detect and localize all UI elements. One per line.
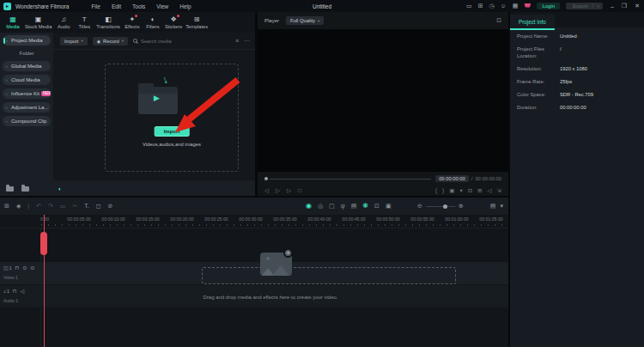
search-box[interactable] (133, 39, 230, 44)
redo-icon[interactable]: ↷ (48, 198, 53, 215)
filter-icon[interactable]: ≡ (235, 38, 239, 44)
sidebar-item-folder[interactable]: Folder (3, 49, 51, 58)
display-button[interactable]: ⊡ (468, 185, 472, 196)
delete-icon[interactable]: ▭ (60, 198, 66, 215)
lock-icon[interactable]: ⊓ (13, 288, 17, 295)
visibility-all-icon[interactable]: ⊙ (30, 265, 34, 271)
menu-item-edit[interactable]: Edit (112, 3, 121, 9)
sidebar-item-global-media[interactable]: › Global Media (3, 61, 51, 71)
timeline-drop-zone[interactable] (202, 267, 456, 284)
tab-project-info[interactable]: Project Info (510, 15, 555, 30)
zoom-out-icon[interactable]: ⊖ (417, 198, 422, 215)
add-media-icon[interactable]: + (283, 248, 293, 258)
mark-out-button[interactable]: ) (442, 185, 444, 196)
prev-frame-button[interactable]: ◁ (264, 185, 269, 196)
playhead-handle[interactable] (40, 232, 47, 255)
expand-caret-icon[interactable]: › (6, 77, 8, 82)
ribbon-tab-filters[interactable]: ◐ Filters (143, 15, 163, 30)
history-icon[interactable]: ◷ (489, 0, 495, 12)
expand-caret-icon[interactable]: › (6, 38, 8, 43)
menu-item-file[interactable]: File (91, 3, 100, 9)
minimize-button[interactable]: – (611, 3, 614, 9)
new-folder-icon[interactable] (6, 186, 14, 192)
zoom-slider[interactable] (426, 206, 455, 207)
ribbon-tab-templates[interactable]: ⊞ Templates (184, 15, 210, 30)
sidebar-item-compound-clip[interactable]: › Compound Clip (3, 116, 51, 126)
panels-icon[interactable]: ▦ (513, 0, 519, 12)
expand-caret-icon[interactable]: › (6, 91, 8, 96)
snapshot-button[interactable]: ▣ (449, 185, 454, 196)
ribbon-tab-effects[interactable]: ✦ Effects (122, 15, 143, 30)
mask-tool-icon[interactable]: ▢ (329, 198, 335, 215)
menu-item-tools[interactable]: Tools (132, 3, 145, 9)
zoom-in-icon[interactable]: ⊕ (459, 198, 464, 215)
ribbon-tab-transitions[interactable]: ◧ Transitions (94, 15, 122, 30)
audio-mixer-icon[interactable]: ▤ (351, 198, 357, 215)
sidebar-item-cloud-media[interactable]: › Cloud Media (3, 75, 51, 85)
panel-toggle-icon[interactable]: ◖ (58, 186, 61, 192)
toolbar-divider[interactable]: | (27, 198, 29, 215)
workspace-icon[interactable]: ⊞ (478, 0, 483, 12)
lock-icon[interactable]: ⊓ (15, 265, 19, 271)
text-icon[interactable]: T. (84, 198, 88, 215)
export-frame-icon[interactable]: ⊡ (374, 198, 380, 215)
login-button[interactable]: Login (537, 3, 560, 9)
fullscreen-button[interactable]: ⇲ (497, 185, 501, 196)
scrubber-track[interactable] (270, 179, 431, 180)
ribbon-tab-stickers[interactable]: ❖ Stickers (163, 15, 184, 30)
export-caret-icon[interactable]: ▾ (592, 3, 603, 9)
close-button[interactable]: ✕ (635, 3, 640, 9)
speed-icon[interactable]: ⊘ (108, 198, 113, 215)
ribbon-tab-titles[interactable]: T Titles (74, 15, 94, 30)
snap-icon[interactable]: ▣ (386, 198, 392, 215)
sidebar-item-project-media[interactable]: › Project Media (3, 35, 51, 46)
menu-item-help[interactable]: Help (179, 3, 191, 9)
ribbon-tab-media[interactable]: ▦ Media (3, 15, 23, 30)
render-preview-icon[interactable]: ◎ (318, 198, 323, 215)
expand-caret-icon[interactable]: › (6, 64, 8, 69)
split-icon[interactable]: ✂ (72, 198, 77, 215)
track-caret-icon[interactable]: ▾ (500, 198, 503, 215)
import-dropdown[interactable]: Import ▾ (60, 37, 88, 46)
volume-button[interactable]: ◁ (488, 185, 492, 196)
folder-view-icon[interactable] (21, 186, 29, 192)
track-manage-icon[interactable]: ▤ (490, 198, 496, 215)
volume-icon[interactable]: ◁ (20, 288, 24, 295)
account-icon[interactable]: ☺ (501, 0, 507, 12)
scrubber-handle[interactable] (264, 177, 268, 180)
display-icon[interactable]: ▭ (466, 0, 472, 12)
ai-assistant-icon[interactable]: ◉ (306, 198, 312, 215)
restore-button[interactable]: ❐ (622, 3, 627, 9)
menu-item-view[interactable]: View (156, 3, 168, 9)
ribbon-tab-stock-media[interactable]: ▣ Stock Media (23, 15, 53, 30)
media-browser-icon[interactable]: ⊞ (4, 198, 9, 215)
keyframe-icon[interactable]: ❋ (362, 198, 368, 215)
timeline-ruler[interactable]: 0:0000:00:05:0000:00:10:0000:00:15:0000:… (0, 215, 508, 228)
expand-caret-icon[interactable]: › (6, 105, 8, 110)
zoom-controls: ⊖ ⊕ (417, 198, 464, 215)
play-button[interactable]: ▷ (276, 185, 280, 196)
next-frame-button[interactable]: ▷ (287, 185, 291, 196)
import-drop-area[interactable]: ↓ ▶ Import Videos,audios,and images (105, 64, 239, 172)
crop-button[interactable]: ⊞ (477, 185, 482, 196)
ribbon-tab-audio[interactable]: ♫ Audio (53, 15, 74, 30)
visibility-icon[interactable]: ⊙ (22, 265, 27, 271)
stop-button[interactable]: □ (298, 185, 301, 196)
export-button[interactable]: Export ▾ (566, 3, 603, 9)
expand-caret-icon[interactable]: › (6, 119, 8, 124)
more-icon[interactable]: ⋯ (244, 38, 250, 45)
quality-dropdown[interactable]: Full Quality ▾ (286, 16, 324, 25)
voiceover-icon[interactable]: ψ (341, 198, 345, 215)
sidebar-item-influence-kit[interactable]: › Influence Kit NEW (3, 88, 51, 99)
preview-window-icon[interactable]: ⊡ (496, 17, 501, 24)
magnetic-timeline-icon[interactable]: ◈ (16, 198, 21, 215)
undo-icon[interactable]: ↶ (36, 198, 41, 215)
record-dropdown[interactable]: ◉ Record ▾ (93, 37, 128, 46)
import-button[interactable]: Import (155, 126, 190, 137)
mask-icon[interactable]: ◻ (96, 198, 101, 215)
snapshot-caret[interactable]: ▾ (459, 185, 462, 196)
mark-in-button[interactable]: ( (435, 185, 437, 196)
search-input[interactable] (141, 39, 210, 44)
cart-icon[interactable] (524, 3, 531, 8)
sidebar-item-adjustment-la[interactable]: › Adjustment La... (3, 102, 51, 113)
